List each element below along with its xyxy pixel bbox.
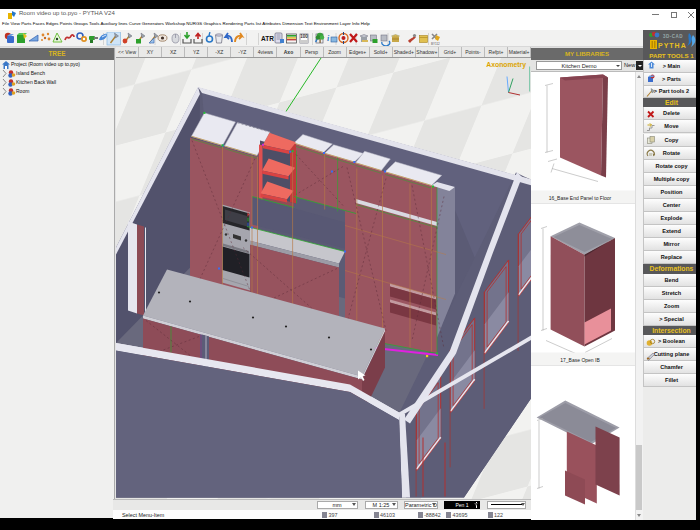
svg-text:PYTHA: PYTHA (658, 42, 687, 49)
svg-text:100: 100 (300, 34, 308, 39)
svg-text:17_Base Open IB: 17_Base Open IB (560, 356, 600, 362)
svg-text:i: i (327, 34, 330, 43)
svg-text:PART TOOLS 1: PART TOOLS 1 (649, 52, 694, 59)
svg-text:ATR: ATR (261, 35, 274, 42)
svg-text:BY112: BY112 (431, 42, 440, 46)
svg-text:16_Base End Panel to Floor: 16_Base End Panel to Floor (549, 194, 612, 200)
svg-text:3D-CAD: 3D-CAD (663, 34, 683, 39)
svg-text:Axonometry: Axonometry (486, 61, 526, 69)
